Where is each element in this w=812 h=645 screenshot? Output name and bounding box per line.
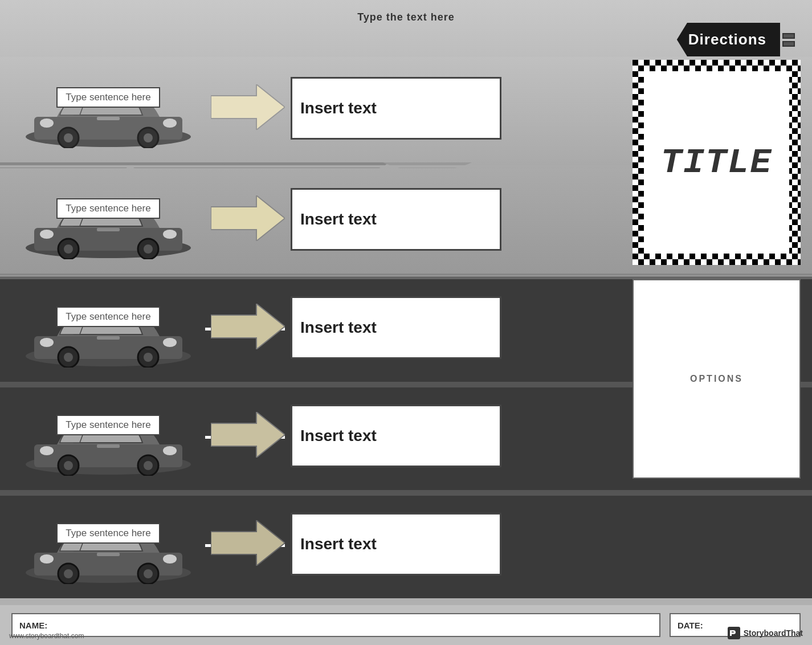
- car-5-container: Type sentence here: [11, 501, 205, 587]
- car-1-svg: [17, 68, 199, 148]
- arrow-3-svg: [211, 304, 285, 349]
- checkerboard-title-container: TITLE: [633, 60, 801, 265]
- car-3-label[interactable]: Type sentence here: [56, 307, 160, 327]
- brand-container: StoryboardThat: [728, 627, 803, 639]
- svg-marker-9: [211, 84, 285, 130]
- footer: NAME: DATE:: [0, 605, 812, 645]
- svg-point-41: [64, 461, 73, 470]
- svg-point-51: [64, 569, 73, 578]
- arrow-4-svg: [211, 412, 285, 458]
- svg-marker-45: [211, 412, 285, 458]
- svg-point-5: [64, 133, 73, 142]
- insert-box-1[interactable]: Insert text: [291, 77, 501, 140]
- arrow-1-svg: [211, 84, 285, 130]
- name-field[interactable]: NAME:: [11, 613, 660, 637]
- car-2-label[interactable]: Type sentence here: [56, 198, 160, 219]
- directions-sign: Directions: [677, 23, 795, 56]
- insert-text-1: Insert text: [300, 99, 377, 117]
- car-2-svg: [17, 179, 199, 259]
- car-4-label[interactable]: Type sentence here: [56, 415, 160, 435]
- car-4-container: Type sentence here: [11, 393, 205, 479]
- car-2-container: Type sentence here: [11, 177, 205, 262]
- insert-text-2: Insert text: [300, 210, 377, 228]
- date-label: DATE:: [678, 620, 703, 630]
- insert-text-4: Insert text: [300, 427, 377, 445]
- insert-box-3[interactable]: Insert text: [291, 296, 501, 359]
- divider-2: [0, 273, 812, 276]
- arrow-4: [211, 412, 285, 460]
- svg-rect-34: [97, 336, 120, 340]
- insert-text-5: Insert text: [300, 535, 377, 553]
- car-1-container: Type sentence here: [11, 66, 205, 151]
- main-container: Type the text here Directions: [0, 0, 812, 645]
- arrow-1: [211, 84, 285, 132]
- options-box[interactable]: OPTIONS: [633, 279, 801, 479]
- arrow-5-svg: [211, 520, 285, 566]
- svg-point-13: [163, 230, 177, 239]
- svg-marker-35: [211, 304, 285, 349]
- arrow-2-svg: [211, 195, 285, 241]
- directions-arrow-label[interactable]: Directions: [677, 23, 780, 56]
- svg-rect-54: [97, 553, 120, 556]
- svg-point-43: [144, 461, 153, 470]
- insert-box-4[interactable]: Insert text: [291, 405, 501, 467]
- svg-rect-8: [97, 117, 120, 120]
- insert-box-2[interactable]: Insert text: [291, 188, 501, 251]
- arrow-5: [211, 520, 285, 568]
- sign-post-dot-2: [782, 41, 795, 47]
- svg-point-29: [163, 338, 177, 347]
- row-5: Type sentence here Insert text: [0, 496, 812, 593]
- car-5-label[interactable]: Type sentence here: [56, 523, 160, 544]
- options-text: OPTIONS: [690, 374, 743, 384]
- svg-point-7: [144, 133, 153, 142]
- svg-point-38: [40, 446, 54, 455]
- arrow-2: [211, 195, 285, 243]
- website-container: www.storyboardthat.com: [9, 630, 84, 640]
- svg-point-28: [40, 338, 54, 347]
- title-text-area: TITLE: [644, 71, 789, 254]
- brand-icon: [728, 627, 740, 639]
- svg-point-33: [144, 353, 153, 362]
- insert-box-5[interactable]: Insert text: [291, 513, 501, 575]
- car-3-svg: [17, 288, 199, 368]
- svg-point-53: [144, 569, 153, 578]
- car-5-svg: [17, 504, 199, 584]
- arrow-3: [211, 304, 285, 352]
- svg-point-12: [40, 230, 54, 239]
- svg-point-17: [144, 244, 153, 254]
- svg-rect-18: [97, 228, 120, 231]
- header: Type the text here: [0, 11, 812, 23]
- website-text: www.storyboardthat.com: [9, 632, 84, 640]
- svg-point-49: [163, 554, 177, 564]
- brand-text: StoryboardThat: [744, 628, 803, 638]
- car-3-container: Type sentence here: [11, 285, 205, 370]
- name-label: NAME:: [19, 620, 47, 630]
- svg-point-2: [40, 119, 54, 128]
- svg-point-31: [64, 353, 73, 362]
- header-title[interactable]: Type the text here: [357, 11, 455, 23]
- insert-text-3: Insert text: [300, 319, 377, 337]
- title-text[interactable]: TITLE: [660, 142, 772, 183]
- svg-point-3: [163, 119, 177, 128]
- svg-marker-55: [211, 520, 285, 566]
- car-1-label[interactable]: Type sentence here: [56, 87, 160, 108]
- car-4-svg: [17, 396, 199, 476]
- sign-post-dot-1: [782, 33, 795, 39]
- sign-post: [782, 33, 795, 47]
- svg-rect-44: [97, 444, 120, 448]
- svg-point-39: [163, 446, 177, 455]
- svg-marker-19: [211, 195, 285, 241]
- svg-point-48: [40, 554, 54, 564]
- svg-point-15: [64, 244, 73, 254]
